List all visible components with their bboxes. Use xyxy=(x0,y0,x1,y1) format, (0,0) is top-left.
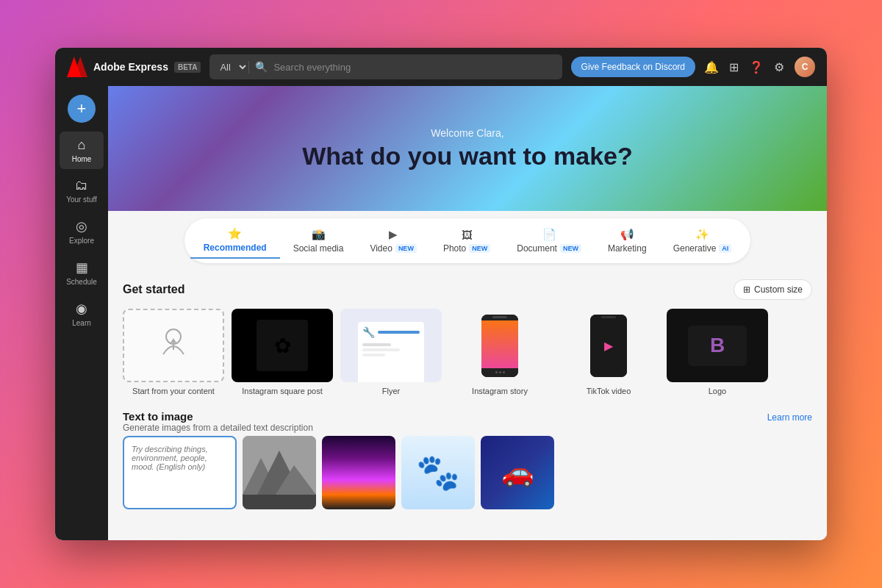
tiktok-phone: ▶ xyxy=(590,315,627,377)
svg-rect-8 xyxy=(243,495,316,509)
tti-sunset-image[interactable] xyxy=(322,436,395,509)
flyer-thumb: 🔧 xyxy=(340,309,442,382)
sidebar-schedule-label: Schedule xyxy=(66,278,97,286)
flower-icon: ✿ xyxy=(274,334,291,358)
template-tiktok-label: TikTok video xyxy=(558,387,659,395)
search-input[interactable] xyxy=(273,62,554,73)
template-flyer[interactable]: 🔧 Flyer xyxy=(340,309,442,395)
topbar: Adobe Express BETA All 🔍 Give Feedback o… xyxy=(55,48,827,86)
browser-window: Adobe Express BETA All 🔍 Give Feedback o… xyxy=(55,48,827,540)
tab-marketing[interactable]: 📢 Marketing xyxy=(595,223,660,258)
tti-header: Text to image Generate images from a det… xyxy=(123,410,812,433)
tti-textarea[interactable] xyxy=(132,445,228,501)
custom-size-button[interactable]: ⊞ Custom size xyxy=(734,279,812,300)
photo-icon: 🖼 xyxy=(462,229,473,241)
app-title: Adobe Express xyxy=(93,61,168,73)
custom-size-icon: ⊞ xyxy=(743,284,750,295)
instagram-square-thumb: ✿ xyxy=(232,309,333,382)
generative-ai-badge: AI xyxy=(719,244,731,253)
video-icon: ▶ xyxy=(389,228,398,241)
help-icon[interactable]: ❓ xyxy=(749,60,764,74)
adobe-logo-icon xyxy=(67,57,87,77)
start-from-content-thumb xyxy=(123,309,224,382)
search-icon: 🔍 xyxy=(255,61,268,73)
tab-recommended[interactable]: ⭐ Recommended xyxy=(190,223,280,259)
tab-document-label: Document NEW xyxy=(517,243,581,254)
marketing-icon: 📢 xyxy=(620,228,634,241)
sidebar-home-label: Home xyxy=(72,155,92,163)
tab-video-label: Video NEW xyxy=(370,243,416,254)
template-instagram-square[interactable]: ✿ Instagram square post xyxy=(232,309,333,395)
generative-icon: ✨ xyxy=(695,228,709,241)
your-stuff-icon: 🗂 xyxy=(75,178,88,193)
tab-marketing-label: Marketing xyxy=(608,243,647,254)
social-icon: 📸 xyxy=(312,228,326,241)
sidebar-explore-label: Explore xyxy=(69,237,94,245)
notification-icon[interactable]: 🔔 xyxy=(704,60,719,74)
hero-subtitle: Welcome Clara, xyxy=(431,127,503,139)
template-story-label: Instagram story xyxy=(449,387,551,395)
mountains-svg xyxy=(243,436,316,509)
search-dropdown[interactable]: All xyxy=(217,61,249,74)
template-insta-label: Instagram square post xyxy=(232,387,333,395)
upload-icon xyxy=(151,323,196,368)
template-tiktok[interactable]: ▶ TikTok video xyxy=(558,309,659,395)
tti-title: Text to image xyxy=(123,410,313,423)
topbar-icons: 🔔 ⊞ ❓ ⚙ C xyxy=(704,57,815,77)
tti-car-image[interactable]: 🚗 xyxy=(481,436,554,509)
text-to-image-section: Text to image Generate images from a det… xyxy=(123,410,812,509)
avatar[interactable]: C xyxy=(795,57,815,77)
tab-generative-label: Generative AI xyxy=(673,243,732,254)
feedback-button[interactable]: Give Feedback on Discord xyxy=(571,57,695,77)
apps-icon[interactable]: ⊞ xyxy=(729,60,739,74)
tab-document[interactable]: 📄 Document NEW xyxy=(503,223,595,258)
add-button[interactable]: + xyxy=(68,95,96,123)
schedule-icon: ▦ xyxy=(76,259,88,276)
video-new-badge: NEW xyxy=(395,244,417,253)
sidebar-item-explore[interactable]: ◎ Explore xyxy=(60,212,104,251)
tti-fluffy-image[interactable]: 🐾 xyxy=(401,436,475,509)
sidebar-item-your-stuff[interactable]: 🗂 Your stuff xyxy=(60,172,104,209)
settings-icon[interactable]: ⚙ xyxy=(774,60,784,74)
tti-mountains-image[interactable] xyxy=(243,436,316,509)
tab-video[interactable]: ▶ Video NEW xyxy=(356,223,429,258)
tab-social-media[interactable]: 📸 Social media xyxy=(280,223,357,258)
recommended-icon: ⭐ xyxy=(228,227,242,240)
tti-subtitle: Generate images from a detailed text des… xyxy=(123,423,313,433)
photo-new-badge: NEW xyxy=(469,244,490,253)
logo-thumb: B xyxy=(667,309,768,382)
template-start-label: Start from your content xyxy=(123,387,224,395)
template-flyer-label: Flyer xyxy=(340,387,442,395)
learn-more-link[interactable]: Learn more xyxy=(767,412,812,423)
main-body: + ⌂ Home 🗂 Your stuff ◎ Explore ▦ Schedu… xyxy=(55,86,827,540)
tti-images-grid: 🐾 🚗 xyxy=(123,436,812,509)
tti-title-area: Text to image Generate images from a det… xyxy=(123,410,313,433)
sidebar-item-home[interactable]: ⌂ Home xyxy=(60,132,104,169)
tab-recommended-label: Recommended xyxy=(204,243,267,253)
hero-banner: Welcome Clara, What do you want to make? xyxy=(108,86,827,211)
tabs-container: ⭐ Recommended 📸 Social media ▶ Video NEW xyxy=(108,211,827,270)
search-area: All 🔍 xyxy=(209,54,562,79)
template-start-from-content[interactable]: Start from your content xyxy=(123,309,224,395)
tab-photo[interactable]: 🖼 Photo NEW xyxy=(430,224,503,258)
document-new-badge: NEW xyxy=(560,244,581,253)
tab-generative[interactable]: ✨ Generative AI xyxy=(660,223,745,258)
flyer-inner: 🔧 xyxy=(358,322,424,382)
sidebar-item-schedule[interactable]: ▦ Schedule xyxy=(60,254,104,292)
instagram-inner: ✿ xyxy=(257,320,308,371)
logo-b-icon: B xyxy=(710,334,725,357)
learn-icon: ◉ xyxy=(76,301,87,317)
tab-social-label: Social media xyxy=(293,243,344,254)
explore-icon: ◎ xyxy=(76,218,87,234)
tiktok-thumb: ▶ xyxy=(558,309,659,382)
template-instagram-story[interactable]: Instagram story xyxy=(449,309,551,395)
sidebar-learn-label: Learn xyxy=(72,319,91,327)
template-logo-label: Logo xyxy=(667,387,768,395)
sidebar-item-learn[interactable]: ◉ Learn xyxy=(60,295,104,333)
tti-input-card[interactable] xyxy=(123,436,237,509)
get-started-title: Get started xyxy=(123,283,184,296)
story-phone xyxy=(481,315,518,377)
tiktok-play-icon: ▶ xyxy=(590,320,627,371)
tabs-bar: ⭐ Recommended 📸 Social media ▶ Video NEW xyxy=(184,218,751,263)
template-logo[interactable]: B Logo xyxy=(667,309,768,395)
